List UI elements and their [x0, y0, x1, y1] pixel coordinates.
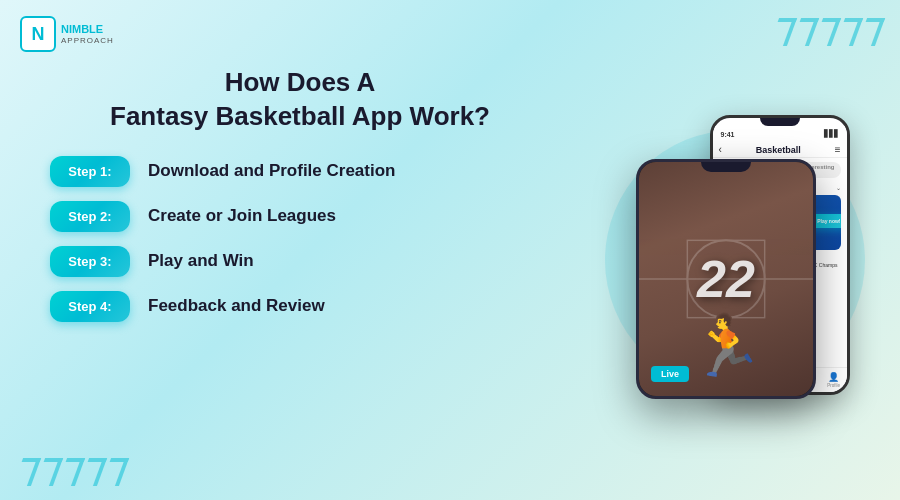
filters-chevron-icon[interactable]: ⌄: [836, 184, 841, 191]
logo-name: NIMBLE: [61, 23, 114, 36]
step-label-4: Feedback and Review: [148, 296, 325, 316]
phone-notch: [760, 118, 800, 126]
step-badge-1: Step 1:: [50, 156, 130, 187]
nav-profile-label: Profile: [827, 383, 840, 388]
main-content: How Does A Fantasy Basketball App Work? …: [0, 0, 900, 500]
step-label-3: Play and Win: [148, 251, 254, 271]
step-badge-4: Step 4:: [50, 291, 130, 322]
back-arrow-icon[interactable]: ‹: [719, 144, 722, 155]
page-title: How Does A Fantasy Basketball App Work?: [30, 66, 570, 134]
step-badge-3: Step 3:: [50, 246, 130, 277]
logo-tagline: APPROACH: [61, 36, 114, 45]
front-screen: 🏃 22 Live: [639, 162, 813, 396]
logo: N NIMBLE APPROACH: [20, 16, 114, 52]
status-icons: ▋▋▋: [824, 130, 839, 138]
step-item-4: Step 4: Feedback and Review: [50, 291, 570, 322]
jersey-number: 22: [697, 249, 755, 309]
title-section: How Does A Fantasy Basketball App Work?: [30, 66, 570, 134]
phone-front: 🏃 22 Live: [636, 159, 816, 399]
left-panel: How Does A Fantasy Basketball App Work? …: [30, 20, 570, 490]
profile-icon: 👤: [828, 372, 839, 382]
decorative-chevrons-bottom-left: [18, 458, 124, 486]
step-item-1: Step 1: Download and Profile Creation: [50, 156, 570, 187]
phone-screen-title: Basketball: [756, 145, 801, 155]
status-bar: 9:41 ▋▋▋: [713, 126, 847, 140]
player-background: 🏃 22: [639, 162, 813, 396]
menu-icon[interactable]: ≡: [835, 144, 841, 155]
step-item-2: Step 2: Create or Join Leagues: [50, 201, 570, 232]
step-item-3: Step 3: Play and Win: [50, 246, 570, 277]
step-label-1: Download and Profile Creation: [148, 161, 395, 181]
front-notch: [701, 162, 751, 172]
live-badge: Live: [651, 366, 689, 382]
bottom-nav-profile[interactable]: 👤 Profile: [827, 372, 840, 388]
logo-icon: N: [20, 16, 56, 52]
steps-list: Step 1: Download and Profile Creation St…: [30, 156, 570, 322]
phone-nav-bar: ‹ Basketball ≡: [713, 140, 847, 158]
step-label-2: Create or Join Leagues: [148, 206, 336, 226]
status-time: 9:41: [721, 131, 735, 138]
step-badge-2: Step 2:: [50, 201, 130, 232]
right-panel: 9:41 ▋▋▋ ‹ Basketball ≡ Basketball My Pl…: [570, 20, 900, 490]
